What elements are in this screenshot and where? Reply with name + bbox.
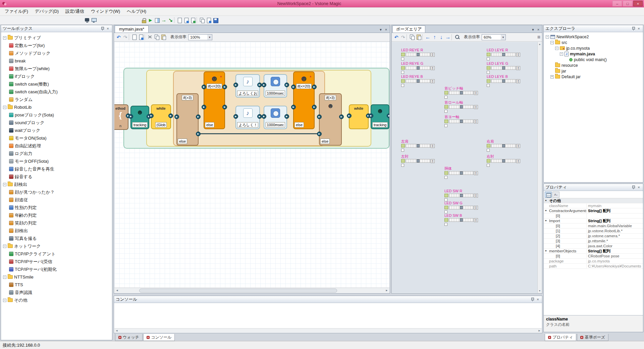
flow-block[interactable]: tracking (130, 106, 149, 129)
slider-track[interactable] (449, 194, 474, 197)
dock-tab[interactable]: ウォッチ (115, 334, 143, 341)
slider-spinner[interactable]: ▲▼ (474, 105, 478, 109)
property-row[interactable]: ▼ package jp.co.mysota (544, 259, 643, 264)
scrollbar-thumb[interactable] (139, 289, 337, 293)
connector-icon[interactable] (312, 85, 317, 89)
toolbox-item[interactable]: TCP/IPサーバ(初期化 (1, 265, 112, 273)
explorer-item[interactable]: src (544, 40, 643, 45)
expander-icon[interactable] (550, 75, 554, 79)
toolbox-item[interactable]: switch case(整数) (1, 80, 112, 88)
flow-block[interactable]: ethod { n (114, 104, 128, 130)
expander-icon[interactable] (546, 35, 549, 39)
slider-checkbox[interactable] (487, 71, 490, 74)
pose-menu-button[interactable] (536, 34, 542, 40)
pose-toolbar-button[interactable] (438, 34, 444, 40)
toolbar-button[interactable] (97, 17, 140, 23)
slider-checkbox[interactable] (401, 149, 404, 152)
expander-icon[interactable] (555, 47, 558, 50)
slider-reset-button[interactable] (487, 53, 490, 56)
slider-spinner[interactable]: ▲▼ (474, 171, 478, 175)
dock-tab[interactable]: プロパティ (545, 334, 576, 341)
pin-icon[interactable] (631, 185, 636, 190)
alphabetical-sort-button[interactable] (552, 192, 559, 198)
expand-arrow-icon[interactable]: ▼ (545, 250, 547, 252)
slider-reset-button[interactable] (444, 91, 448, 95)
property-row[interactable]: ▼ [2] jp.vstone.camera.* (544, 234, 643, 239)
chevron-down-icon[interactable]: ▾ (530, 27, 536, 33)
expander-icon[interactable] (3, 276, 6, 279)
scroll-left-icon[interactable]: ◄ (114, 288, 120, 293)
slider-spinner[interactable]: ▲▼ (431, 79, 435, 83)
flow-canvas[interactable]: ethod { n tracking (114, 42, 389, 288)
connector-icon[interactable] (262, 114, 266, 119)
toolbox-item[interactable]: 写真を撮る (1, 235, 112, 242)
slider-spinner[interactable]: ▲▼ (474, 91, 478, 95)
pose-area-tab[interactable]: ポーズエリア (392, 26, 425, 33)
slider-spinner[interactable]: ▲▼ (431, 53, 435, 57)
slider-checkbox[interactable] (401, 57, 404, 60)
slider-track[interactable] (449, 119, 474, 123)
toolbox-item[interactable]: 自由記述処理 (1, 142, 112, 150)
toolbox-item[interactable]: TCP/IPサーバ(受信 (1, 258, 112, 265)
slider-checkbox[interactable] (487, 164, 490, 167)
pose-toolbar-button[interactable] (454, 34, 460, 40)
minimize-button[interactable]: – (612, 1, 622, 6)
toolbox-item[interactable]: NTTSmile (1, 273, 112, 281)
toolbar-button[interactable] (199, 17, 205, 23)
slider-reset-button[interactable] (444, 194, 448, 197)
property-row[interactable]: ▼ className mymain (544, 203, 643, 208)
slider-thumb[interactable] (502, 53, 505, 56)
property-row[interactable]: ▼ [0] main.main.GlobalVariable (544, 223, 643, 229)
slider-reset-button[interactable] (401, 144, 405, 148)
pose-toolbar-button[interactable] (431, 34, 438, 40)
property-value[interactable]: jp.vstone.camera.* (587, 234, 643, 238)
toolbox-item[interactable]: soundブロック (1, 119, 112, 127)
tab-mymain-java[interactable]: mymain.java* (115, 26, 149, 33)
close-icon[interactable]: × (105, 26, 110, 31)
slider-spinner[interactable]: ▲▼ (431, 144, 435, 148)
flow-block[interactable]: while (349, 104, 369, 129)
explorer-item[interactable]: mymain.java (544, 51, 643, 57)
slider-thumb[interactable] (417, 66, 420, 69)
toolbar-button[interactable] (197, 17, 199, 23)
toolbar-button[interactable] (141, 17, 147, 23)
slider-track[interactable] (449, 105, 474, 109)
close-icon[interactable]: × (535, 297, 540, 302)
slider-spinner[interactable]: ▲▼ (516, 144, 520, 148)
connector-icon[interactable] (257, 83, 262, 87)
property-value[interactable]: main.main.GlobalVariable (587, 224, 643, 228)
slider-reset-button[interactable] (487, 79, 490, 83)
slider-reset-button[interactable] (444, 218, 448, 222)
slider-checkbox[interactable] (444, 210, 447, 213)
slider-checkbox[interactable] (401, 84, 404, 87)
pose-canvas[interactable]: LED REYE R ▲▼ LED REYE G ▲▼ LED REYE B (392, 42, 537, 293)
pin-icon[interactable] (631, 26, 636, 31)
slider-spinner[interactable]: ▲▼ (474, 218, 478, 222)
connector-icon[interactable] (284, 114, 289, 119)
property-row[interactable]: ▼ memberObjects String[] 配列 (544, 249, 643, 254)
toolbar-button[interactable] (212, 17, 219, 23)
menu-item[interactable]: デバッグ(D) (32, 7, 62, 15)
slider-track[interactable] (491, 144, 516, 148)
toolbox-item[interactable]: RobotLib (1, 103, 112, 111)
toolbox-item[interactable]: モータOFF(Sota) (1, 157, 112, 165)
pose-toolbar-button[interactable] (445, 34, 451, 40)
dock-tab[interactable]: 基準ポーズ (577, 334, 608, 341)
menu-item[interactable]: ウィンドウ(W) (88, 7, 123, 15)
slider-thumb[interactable] (460, 120, 463, 123)
flow-block[interactable]: if(>3) else (319, 93, 342, 146)
editor-toolbar-button[interactable] (122, 34, 128, 40)
pose-toolbar-button[interactable] (409, 34, 415, 40)
slider-spinner[interactable]: ▲▼ (516, 79, 520, 83)
slider-reset-button[interactable] (401, 53, 405, 56)
toolbox-item[interactable]: 笑顔の判定 (1, 219, 112, 227)
close-button[interactable]: × (633, 1, 643, 6)
expand-arrow-icon[interactable]: ▼ (545, 199, 547, 202)
close-icon[interactable]: × (636, 185, 641, 190)
scroll-left-icon[interactable]: ◄ (114, 329, 119, 333)
slider-spinner[interactable]: ▲▼ (431, 66, 435, 70)
toolbox-item[interactable]: 顔追従 (1, 196, 112, 204)
connector-icon[interactable] (291, 85, 296, 89)
flow-block[interactable]: if(>3) else (176, 93, 199, 146)
property-row[interactable]: ▼ [1] jp.vstone.RobotLib.* (544, 229, 643, 234)
